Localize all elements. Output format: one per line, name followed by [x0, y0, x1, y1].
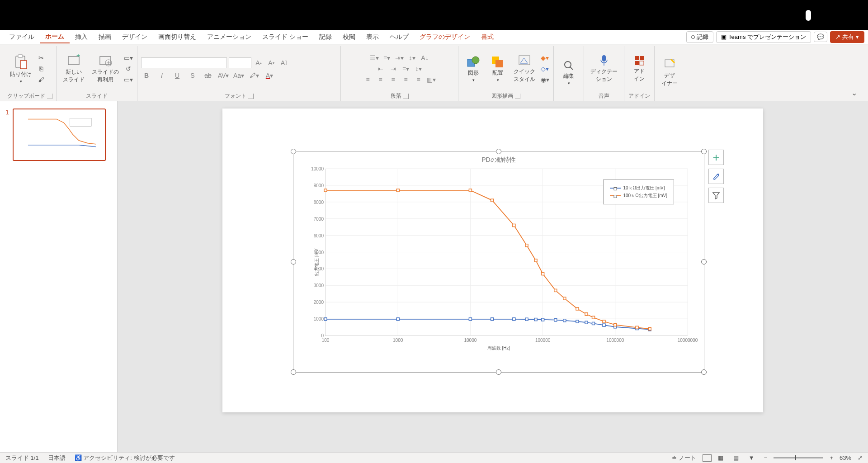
tab-animations[interactable]: アニメーション — [202, 31, 257, 43]
columns-button[interactable]: ▥▾ — [426, 75, 437, 84]
accessibility-indicator[interactable]: ♿ アクセシビリティ: 検討が必要です — [75, 454, 175, 462]
comments-button[interactable]: 💬 — [814, 32, 827, 42]
tab-view[interactable]: 表示 — [361, 31, 384, 43]
share-button[interactable]: ↗共有▾ — [830, 31, 864, 43]
tab-help[interactable]: ヘルプ — [384, 31, 414, 43]
mic-icon[interactable] — [806, 10, 811, 21]
dialog-launcher[interactable] — [248, 94, 254, 99]
dialog-launcher[interactable] — [403, 94, 409, 99]
shape-fill-button[interactable]: ◆▾ — [540, 53, 550, 63]
clear-format-button[interactable]: A⃠ — [278, 58, 289, 67]
resize-handle-s[interactable] — [496, 369, 501, 375]
tab-draw[interactable]: 描画 — [93, 31, 117, 43]
resize-handle-nw[interactable] — [291, 149, 296, 154]
italic-button[interactable]: I — [156, 71, 167, 80]
distributed-button[interactable]: ≡ — [413, 75, 424, 84]
shape-outline-button[interactable]: ◇▾ — [540, 64, 550, 74]
reading-view-button[interactable]: ▤ — [733, 454, 742, 462]
tab-slideshow[interactable]: スライド ショー — [257, 31, 314, 43]
slide-canvas[interactable]: + PDの動特性 出力電圧 [mV] 010002000300040005000… — [222, 109, 763, 412]
grow-font-button[interactable]: A▴ — [253, 58, 264, 67]
line-spacing-button[interactable]: ↕▾ — [407, 53, 418, 62]
quick-styles-button[interactable]: クイック スタイル — [511, 52, 538, 85]
tab-format[interactable]: 書式 — [476, 31, 499, 43]
zoom-out-button[interactable]: − — [764, 454, 768, 461]
dictate-button[interactable]: ディクテー ション — [588, 52, 620, 85]
sort-button[interactable]: A↓ — [420, 53, 430, 62]
resize-handle-sw[interactable] — [291, 369, 296, 375]
justify-button[interactable]: ≡ — [401, 75, 411, 84]
change-case-button[interactable]: Aa▾ — [233, 71, 244, 80]
fit-to-window-button[interactable]: ⤢ — [858, 454, 863, 461]
layout-button[interactable]: ▭▾ — [123, 53, 133, 63]
chart-legend[interactable]: 10ｋΩ出力電圧 [mV] 100ｋΩ出力電圧 [mV] — [603, 180, 675, 204]
zoom-in-button[interactable]: + — [830, 454, 833, 461]
new-slide-button[interactable]: + 新しい スライド — [60, 52, 87, 85]
tab-transitions[interactable]: 画面切り替え — [153, 31, 202, 43]
list-level-button[interactable]: ⇥▾ — [394, 53, 405, 62]
section-button[interactable]: ▭▾ — [123, 75, 133, 85]
collapse-ribbon-button[interactable]: ⌄ — [844, 85, 864, 101]
resize-handle-e[interactable] — [701, 259, 707, 265]
slide-editor[interactable]: + PDの動特性 出力電圧 [mV] 010002000300040005000… — [118, 101, 868, 452]
slideshow-view-button[interactable]: ▼ — [749, 454, 758, 462]
record-button[interactable]: 記録 — [686, 31, 713, 43]
bold-button[interactable]: B — [141, 71, 152, 80]
tab-review[interactable]: 校閲 — [337, 31, 361, 43]
chart-styles-button[interactable] — [708, 169, 724, 184]
align-text-button[interactable]: ≡▾ — [401, 64, 411, 73]
font-family-select[interactable] — [141, 57, 227, 68]
arrange-button[interactable]: 配置▾ — [486, 54, 509, 84]
chart-title[interactable]: PDの動特性 — [296, 154, 701, 166]
shadow-button[interactable]: S — [187, 71, 198, 80]
slide-indicator[interactable]: スライド 1/1 — [5, 454, 39, 462]
chart-filters-button[interactable] — [708, 188, 724, 203]
resize-handle-ne[interactable] — [701, 149, 707, 154]
chart-object[interactable]: + PDの動特性 出力電圧 [mV] 010002000300040005000… — [293, 151, 704, 373]
resize-handle-w[interactable] — [291, 259, 296, 265]
indent-dec-button[interactable]: ⇤ — [375, 64, 386, 73]
tab-design[interactable]: デザイン — [117, 31, 153, 43]
font-color-button[interactable]: A▾ — [264, 71, 275, 80]
reset-button[interactable]: ↺ — [123, 64, 133, 74]
tab-insert[interactable]: 挿入 — [70, 31, 93, 43]
slide-thumbnail-1[interactable] — [13, 109, 106, 161]
indent-inc-button[interactable]: ⇥ — [388, 64, 399, 73]
addins-button[interactable]: アド イン — [628, 53, 651, 85]
zoom-level[interactable]: 63% — [840, 454, 851, 461]
dialog-launcher[interactable] — [515, 94, 520, 99]
font-size-select[interactable] — [229, 57, 251, 68]
legend-item[interactable]: 10ｋΩ出力電圧 [mV] — [610, 185, 668, 191]
cut-button[interactable]: ✂ — [36, 53, 46, 63]
zoom-slider[interactable] — [774, 457, 823, 458]
dialog-launcher[interactable] — [47, 94, 52, 99]
tab-file[interactable]: ファイル — [4, 31, 40, 43]
language-indicator[interactable]: 日本語 — [48, 454, 66, 462]
tab-home[interactable]: ホーム — [40, 31, 70, 43]
resize-handle-se[interactable] — [701, 369, 707, 375]
bullets-button[interactable]: ☰▾ — [369, 53, 380, 62]
copy-button[interactable]: ⎘ — [36, 64, 46, 74]
numbering-button[interactable]: ≡▾ — [382, 53, 392, 62]
find-button[interactable]: 編集▾ — [557, 58, 580, 87]
chart-elements-button[interactable]: + — [708, 150, 724, 165]
strike-button[interactable]: ab — [203, 71, 213, 80]
designer-button[interactable]: デザ イナー — [658, 57, 681, 89]
align-left-button[interactable]: ≡ — [363, 75, 373, 84]
highlight-button[interactable]: 🖍▾ — [249, 71, 259, 80]
notes-button[interactable]: ≐ ノート — [672, 454, 696, 462]
underline-button[interactable]: U — [172, 71, 183, 80]
format-painter-button[interactable]: 🖌 — [36, 75, 46, 85]
legend-item[interactable]: 100ｋΩ出力電圧 [mV] — [610, 193, 668, 199]
sorter-view-button[interactable]: ▦ — [718, 454, 727, 462]
reuse-slides-button[interactable]: スライドの 再利用 — [89, 52, 122, 85]
tab-record[interactable]: 記録 — [314, 31, 337, 43]
normal-view-button[interactable] — [703, 454, 712, 462]
shape-effects-button[interactable]: ◉▾ — [540, 75, 550, 85]
text-direction-button[interactable]: ↕▾ — [413, 64, 424, 73]
shrink-font-button[interactable]: A▾ — [266, 58, 277, 67]
paste-button[interactable]: 貼り付け▾ — [7, 52, 34, 85]
align-center-button[interactable]: ≡ — [375, 75, 386, 84]
tab-chart-design[interactable]: グラフのデザイン — [414, 31, 476, 43]
teams-present-button[interactable]: ▣Teams でプレゼンテーション — [716, 31, 811, 43]
